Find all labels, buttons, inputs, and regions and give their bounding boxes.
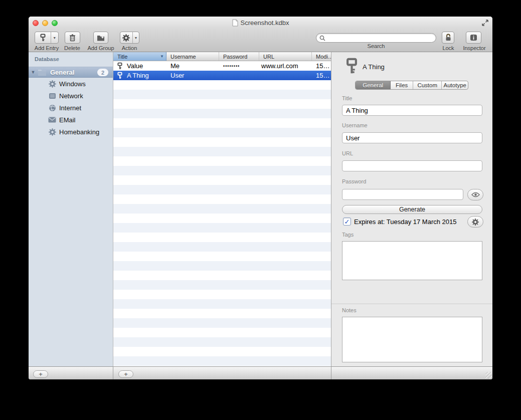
- sidebar-item-label: Network: [59, 92, 83, 100]
- gear-icon: [120, 32, 133, 43]
- desktop-background: Screenshot.kdbx ▼ Add Entry: [0, 0, 521, 420]
- cell-title: A Thing: [113, 71, 166, 80]
- add-entry-label: Add Entry: [35, 45, 59, 51]
- sidebar-group-general[interactable]: ▼ General 2: [29, 67, 113, 78]
- sidebar-item-network[interactable]: Network: [29, 90, 113, 102]
- expires-options-button[interactable]: [467, 216, 483, 228]
- key-icon: [346, 57, 358, 75]
- delete-button[interactable]: [65, 32, 80, 44]
- action-label: Action: [122, 45, 137, 51]
- reveal-password-button[interactable]: [467, 189, 483, 200]
- lock-label: Lock: [442, 45, 454, 51]
- search-field[interactable]: [316, 33, 436, 43]
- add-entry-button[interactable]: ▼: [35, 32, 59, 44]
- tab-label: Custom: [417, 82, 437, 88]
- search-icon: [319, 35, 325, 41]
- table-row[interactable]: Value Me •••••••• www.url.com 15…: [113, 61, 331, 71]
- tags-input[interactable]: [342, 241, 482, 280]
- tab-autotype[interactable]: Autotype: [442, 81, 468, 89]
- table-body[interactable]: Value Me •••••••• www.url.com 15… A Thin…: [113, 61, 331, 366]
- chevron-down-icon: ▼: [51, 32, 58, 43]
- sidebar-item-email[interactable]: EMail: [29, 114, 113, 126]
- inspector-tabs: General Files Custom Autotype: [355, 81, 468, 90]
- fullscreen-icon[interactable]: [481, 19, 489, 27]
- column-label: URL: [263, 54, 274, 60]
- add-entry-plus-button[interactable]: +: [118, 370, 133, 378]
- table-row-selected[interactable]: A Thing User 15…: [113, 71, 331, 80]
- sidebar-item-internet[interactable]: Internet: [29, 102, 113, 114]
- document-icon: [232, 19, 238, 27]
- column-header-url[interactable]: URL: [259, 52, 312, 61]
- tab-custom[interactable]: Custom: [413, 81, 442, 89]
- resize-grip[interactable]: [485, 372, 492, 378]
- column-header-password[interactable]: Password: [219, 52, 259, 61]
- divider: [331, 367, 331, 379]
- column-header-title[interactable]: Title ▼: [113, 52, 166, 61]
- add-group-label: Add Group: [87, 45, 114, 51]
- open-lock-icon: [445, 34, 452, 42]
- column-header-username[interactable]: Username: [166, 52, 219, 61]
- expires-checkbox[interactable]: ✓: [343, 218, 351, 226]
- url-field-label: URL: [342, 150, 353, 156]
- folder-plus-icon: [97, 35, 105, 41]
- bottom-bar: + +: [29, 366, 492, 379]
- sort-descending-icon: ▼: [160, 54, 164, 59]
- tags-label: Tags: [342, 232, 354, 238]
- zoom-button[interactable]: [52, 20, 58, 26]
- sidebar-item-label: Windows: [59, 80, 86, 88]
- window-chrome: Screenshot.kdbx ▼ Add Entry: [29, 17, 492, 52]
- gear-icon: [48, 80, 56, 88]
- generate-button[interactable]: Generate: [342, 205, 482, 214]
- group-sidebar: Database ▼ General 2 Windows Network: [29, 52, 113, 366]
- envelope-icon: [48, 116, 56, 124]
- cell-title: Value: [113, 61, 166, 71]
- tab-files[interactable]: Files: [391, 81, 413, 89]
- column-label: Title: [117, 54, 127, 60]
- folder-icon: [38, 69, 47, 76]
- tab-label: Autotype: [444, 82, 466, 88]
- section-divider: [331, 304, 492, 304]
- add-group-plus-button[interactable]: +: [33, 370, 48, 378]
- trash-icon: [69, 34, 76, 42]
- entry-count-badge: 2: [97, 69, 108, 76]
- cell-username: User: [166, 71, 219, 80]
- inspector-label: Inspector: [463, 45, 485, 51]
- gear-icon: [472, 219, 479, 226]
- cell-modified: 15…: [312, 61, 331, 71]
- sidebar-item-windows[interactable]: Windows: [29, 78, 113, 90]
- cell-password: ••••••••: [219, 61, 259, 71]
- action-button[interactable]: ▼: [120, 32, 139, 44]
- titlebar[interactable]: Screenshot.kdbx: [29, 17, 492, 29]
- cell-password: [219, 71, 259, 80]
- server-icon: [48, 92, 56, 100]
- search-input[interactable]: [325, 34, 436, 42]
- sidebar-item-label: Homebanking: [59, 128, 99, 136]
- add-group-button[interactable]: [93, 32, 108, 44]
- tab-general[interactable]: General: [356, 81, 391, 89]
- entry-table: Title ▼ Username Password URL Modi…: [113, 52, 331, 366]
- notes-input[interactable]: [342, 317, 482, 362]
- minimize-button[interactable]: [42, 20, 48, 26]
- url-field[interactable]: [342, 160, 482, 171]
- inspector-button[interactable]: [466, 32, 481, 44]
- sidebar-item-homebanking[interactable]: Homebanking: [29, 126, 113, 138]
- username-field-label: Username: [342, 122, 368, 128]
- username-field[interactable]: [342, 132, 482, 143]
- disclosure-triangle-icon[interactable]: ▼: [29, 70, 38, 75]
- sidebar-item-label: EMail: [59, 116, 76, 124]
- key-icon: [35, 32, 51, 43]
- eye-icon: [471, 192, 480, 197]
- cell-username: Me: [166, 61, 219, 71]
- column-header-modified[interactable]: Modi…: [312, 52, 331, 61]
- notes-label: Notes: [342, 307, 357, 313]
- inspector-panel: A Thing General Files Custom Autotype Ti…: [331, 52, 492, 366]
- lock-button[interactable]: [442, 32, 454, 44]
- cell-modified: 15…: [312, 71, 331, 80]
- password-field[interactable]: [342, 189, 463, 200]
- tab-label: Files: [396, 82, 408, 88]
- table-header: Title ▼ Username Password URL Modi…: [113, 52, 331, 61]
- globe-icon: [48, 104, 56, 112]
- title-field[interactable]: [342, 105, 482, 116]
- close-button[interactable]: [33, 20, 39, 26]
- divider: [113, 367, 113, 379]
